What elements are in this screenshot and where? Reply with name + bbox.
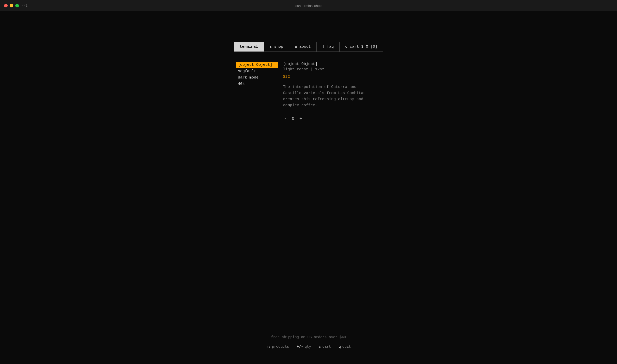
sidebar-item-1-label: segfault: [238, 69, 256, 73]
close-button[interactable]: [4, 4, 8, 7]
product-sidebar: [object Object] segfault dark mode 404: [236, 62, 278, 121]
tab-faq-label: faq: [327, 45, 334, 49]
product-description: The interpolation of Caturra andCastillo…: [283, 84, 372, 109]
footer-nav-qty[interactable]: +/- qty: [297, 345, 311, 349]
tab-terminal[interactable]: terminal: [234, 42, 264, 51]
arrow-icon: ↑↓: [266, 345, 271, 349]
product-name: [object Object]: [283, 62, 381, 66]
tab-shop-key: s: [269, 45, 272, 49]
sidebar-item-2-label: dark mode: [238, 75, 259, 80]
cart-key: c: [319, 345, 321, 349]
tab-cart-key: c: [345, 45, 348, 49]
footer-nav: ↑↓ products +/- qty c cart q quit: [266, 345, 351, 349]
nav-tabs: terminal s shop a about f faq c cart $ 0…: [234, 42, 383, 52]
footer-nav-quit[interactable]: q quit: [339, 345, 351, 349]
sidebar-item-3[interactable]: 404: [236, 81, 278, 87]
footer: free shipping on US orders over $40 ↑↓ p…: [0, 335, 617, 349]
tab-about-label: about: [299, 45, 311, 49]
product-detail: [object Object] light roast | 12oz $22 T…: [283, 62, 381, 121]
sidebar-item-0[interactable]: [object Object]: [236, 62, 278, 68]
increment-button[interactable]: +: [298, 116, 303, 121]
footer-cart-label: cart: [323, 345, 331, 349]
qty-key: +/-: [297, 345, 303, 349]
tab-shop[interactable]: s shop: [264, 42, 289, 51]
window-title: ssh terminal.shop: [295, 4, 322, 8]
traffic-lights: [4, 4, 19, 7]
sidebar-item-1[interactable]: segfault: [236, 68, 278, 74]
tab-cart[interactable]: c cart $ 0 [0]: [340, 42, 383, 51]
quit-key: q: [339, 345, 341, 349]
tab-about-key: a: [295, 45, 297, 49]
sidebar-item-0-label: [object Object]: [238, 63, 272, 67]
footer-products-label: products: [272, 345, 289, 349]
sidebar-item-2[interactable]: dark mode: [236, 75, 278, 81]
sidebar-item-3-label: 404: [238, 82, 245, 86]
footer-nav-products[interactable]: ↑↓ products: [266, 345, 289, 349]
footer-quit-label: quit: [342, 345, 351, 349]
tab-terminal-label: terminal: [240, 45, 258, 49]
minimize-button[interactable]: [10, 4, 13, 7]
tab-faq[interactable]: f faq: [317, 42, 340, 51]
product-subtitle: light roast | 12oz: [283, 67, 381, 72]
quantity-control: - 0 +: [283, 116, 381, 121]
main-content: terminal s shop a about f faq c cart $ 0…: [0, 11, 617, 364]
decrement-button[interactable]: -: [283, 116, 288, 121]
tab-about[interactable]: a about: [289, 42, 317, 51]
shop-content: [object Object] segfault dark mode 404 […: [236, 62, 381, 121]
titlebar: ⌥⌘1 ssh terminal.shop: [0, 0, 617, 11]
tab-cart-label: cart $ 0 [0]: [350, 45, 377, 49]
product-price: $22: [283, 75, 381, 79]
tab-faq-key: f: [322, 45, 325, 49]
footer-nav-cart[interactable]: c cart: [319, 345, 331, 349]
footer-qty-label: qty: [305, 345, 311, 349]
shipping-notice: free shipping on US orders over $40: [271, 335, 346, 339]
footer-divider: [236, 342, 381, 342]
keyboard-shortcut: ⌥⌘1: [22, 4, 28, 8]
quantity-value: 0: [292, 116, 294, 121]
tab-shop-label: shop: [274, 45, 283, 49]
maximize-button[interactable]: [15, 4, 19, 7]
